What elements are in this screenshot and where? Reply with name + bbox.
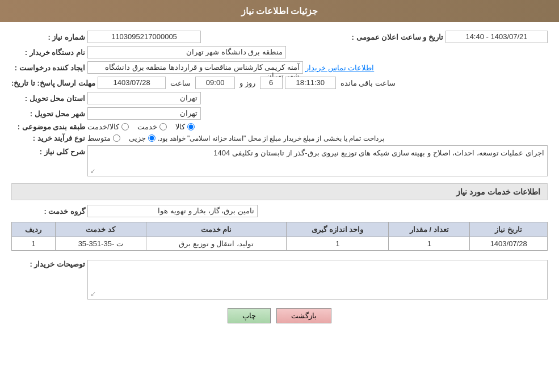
col-kod: کد خدمت — [55, 222, 146, 237]
row-shomara: شماره نیاز : 1103095217000005 تاریخ و سا… — [11, 31, 548, 43]
noae-note: پرداخت تمام یا بخشی از مبلغ خریدار مبلغ … — [158, 134, 384, 142]
tamas-link[interactable]: اطلاعات تماس خریدار — [305, 64, 374, 72]
ruz-text: روز و — [239, 79, 255, 87]
ostan-label: استان محل تحویل : — [11, 94, 85, 103]
nam-dastgah-label: نام دستگاه خریدار : — [11, 48, 85, 57]
radio-jozi[interactable]: جزیی — [129, 134, 155, 142]
tarikh-value: 1403/07/21 - 14:40 — [445, 31, 548, 43]
radio-kala-khadamat[interactable]: کالا/خدمت — [87, 123, 129, 131]
row-ijad: ایجاد کننده درخواست : آمنه کریمی کارشناس… — [11, 61, 548, 74]
saaat-text: ساعت — [170, 79, 191, 87]
cell-tedad: 1 — [389, 237, 470, 251]
shahr-value: تهران — [87, 107, 201, 120]
page-container: جزئیات اطلاعات نیاز شماره نیاز : 1103095… — [0, 0, 559, 392]
row-goroh: گروه خدمت : تامین برق، گاز، بخار و تهویه… — [11, 205, 548, 217]
mohlat-label: مهلت ارسال پاسخ: تا تاریخ: — [11, 79, 95, 87]
tosihaat-label: توصیحات خریدار : — [11, 258, 85, 268]
goroh-label: گروه خدمت : — [11, 207, 85, 216]
table-row: 1403/07/28 1 1 تولید، انتقال و توزیع برق… — [12, 237, 548, 251]
cell-kod: ت -35-351-35 — [55, 237, 146, 251]
col-radif: ردیف — [12, 222, 56, 237]
ostan-value: تهران — [87, 92, 201, 104]
mohlat-ruz: 6 — [260, 77, 283, 89]
row-shahr: شهر محل تحویل : تهران — [11, 107, 548, 120]
radio-motavaset[interactable]: متوسط — [87, 134, 120, 142]
nam-dastgah-value: منطقه برق دانشگاه شهر تهران — [87, 46, 286, 58]
cell-vahed: 1 — [287, 237, 389, 251]
tabaqe-label: طبقه بندی موضوعی : — [11, 123, 85, 131]
khadamat-header: اطلاعات خدمات مورد نیاز — [11, 183, 548, 200]
mohlat-date: 1403/07/28 — [98, 77, 166, 89]
sharh-value: اجرای عملیات توسعه، احداث، اصلاح و بهینه… — [87, 145, 548, 176]
print-button[interactable]: چاپ — [228, 308, 271, 323]
noae-radio-group: متوسط جزیی — [87, 134, 155, 142]
buttons-row: بازگشت چاپ — [11, 308, 548, 335]
main-content: شماره نیاز : 1103095217000005 تاریخ و سا… — [0, 22, 559, 343]
row-tosihaat: توصیحات خریدار : — [11, 258, 548, 300]
mohlat-mande: 18:11:30 — [285, 77, 336, 89]
ijad-label: ایجاد کننده درخواست : — [11, 64, 85, 72]
page-header: جزئیات اطلاعات نیاز — [0, 0, 559, 22]
row-noae-farayand: نوع فرآیند خرید : متوسط جزیی پرداخت تمام… — [11, 134, 548, 142]
ijad-value: آمنه کریمی کارشناس مناقصات و قراردادها م… — [87, 61, 303, 74]
shomara-label: شماره نیاز : — [11, 33, 85, 41]
radio-kala[interactable]: کالا — [175, 123, 195, 131]
goroh-value: تامین برق، گاز، بخار و تهویه هوا — [87, 205, 258, 217]
row-mohlat: مهلت ارسال پاسخ: تا تاریخ: 1403/07/28 سا… — [11, 77, 548, 89]
tosihaat-box — [87, 260, 548, 300]
back-button[interactable]: بازگشت — [276, 308, 331, 323]
col-nam: نام خدمت — [146, 222, 286, 237]
tarikh-label: تاریخ و ساعت اعلان عمومی : — [352, 33, 443, 41]
cell-tarikh: 1403/07/28 — [470, 237, 548, 251]
mande-text: ساعت باقی مانده — [341, 79, 396, 87]
sharh-label: شرح کلی نیاز : — [11, 145, 85, 156]
table-header-row: تاریخ نیاز تعداد / مقدار واحد اندازه گیر… — [12, 222, 548, 237]
cell-radif: 1 — [12, 237, 56, 251]
page-title: جزئیات اطلاعات نیاز — [241, 6, 318, 16]
cell-nam: تولید، انتقال و توزیع برق — [146, 237, 286, 251]
col-tedad: تعداد / مقدار — [389, 222, 470, 237]
shomara-value: 1103095217000005 — [87, 31, 201, 43]
row-sharh: شرح کلی نیاز : اجرای عملیات توسعه، احداث… — [11, 145, 548, 176]
noae-label: نوع فرآیند خرید : — [11, 134, 85, 142]
shahr-label: شهر محل تحویل : — [11, 109, 85, 118]
row-ostan: استان محل تحویل : تهران — [11, 92, 548, 104]
row-nam-dastgah: نام دستگاه خریدار : منطقه برق دانشگاه شه… — [11, 46, 548, 58]
tabaqe-radio-group: کالا/خدمت خدمت کالا — [87, 123, 195, 131]
radio-khadamat[interactable]: خدمت — [137, 123, 167, 131]
col-vahed: واحد اندازه گیری — [287, 222, 389, 237]
services-table: تاریخ نیاز تعداد / مقدار واحد اندازه گیر… — [11, 222, 548, 251]
row-tabaqe: طبقه بندی موضوعی : کالا/خدمت خدمت کالا — [11, 123, 548, 131]
col-tarikh: تاریخ نیاز — [470, 222, 548, 237]
mohlat-time: 09:00 — [195, 77, 235, 89]
